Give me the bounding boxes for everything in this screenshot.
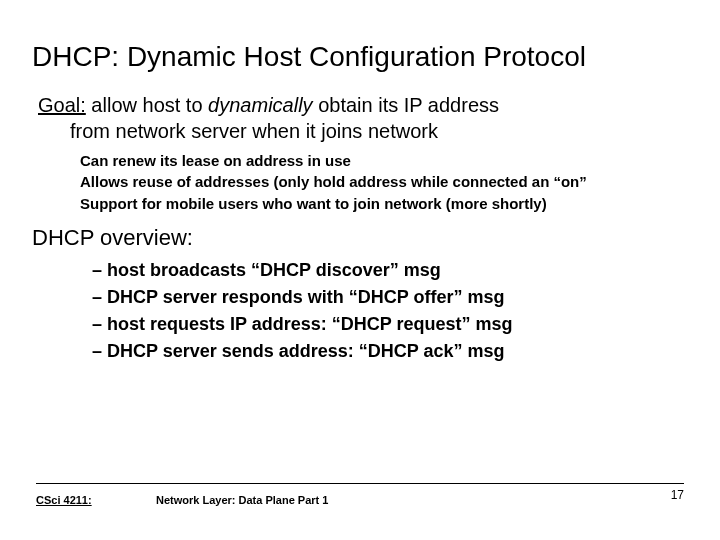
goal-bullet: Support for mobile users who want to joi… [80,193,688,215]
overview-step: host requests IP address: “DHCP request”… [92,311,688,338]
overview-steps: host broadcasts “DHCP discover” msg DHCP… [92,257,688,365]
footer-center: Network Layer: Data Plane Part 1 [116,494,671,506]
footer-page-number: 17 [671,488,684,502]
goal-sublist: Can renew its lease on address in use Al… [80,150,688,215]
footer: CSci 4211: Network Layer: Data Plane Par… [36,483,684,508]
slide: DHCP: Dynamic Host Configuration Protoco… [0,0,720,540]
overview-step: DHCP server responds with “DHCP offer” m… [92,284,688,311]
slide-title: DHCP: Dynamic Host Configuration Protoco… [32,40,688,74]
goal-label: Goal: [38,94,86,116]
goal-bullet: Allows reuse of addresses (only hold add… [80,171,688,193]
footer-course: CSci 4211: [36,494,116,506]
goal-text-2: from network server when it joins networ… [38,120,438,142]
goal-text-1a: allow host to [86,94,208,116]
goal-bullet: Can renew its lease on address in use [80,150,688,172]
goal-text-1b: obtain its IP address [313,94,499,116]
overview-heading: DHCP overview: [32,225,688,251]
overview-step: host broadcasts “DHCP discover” msg [92,257,688,284]
overview-step: DHCP server sends address: “DHCP ack” ms… [92,338,688,365]
goal-paragraph: Goal: allow host to dynamically obtain i… [32,92,688,144]
goal-dynamic: dynamically [208,94,312,116]
